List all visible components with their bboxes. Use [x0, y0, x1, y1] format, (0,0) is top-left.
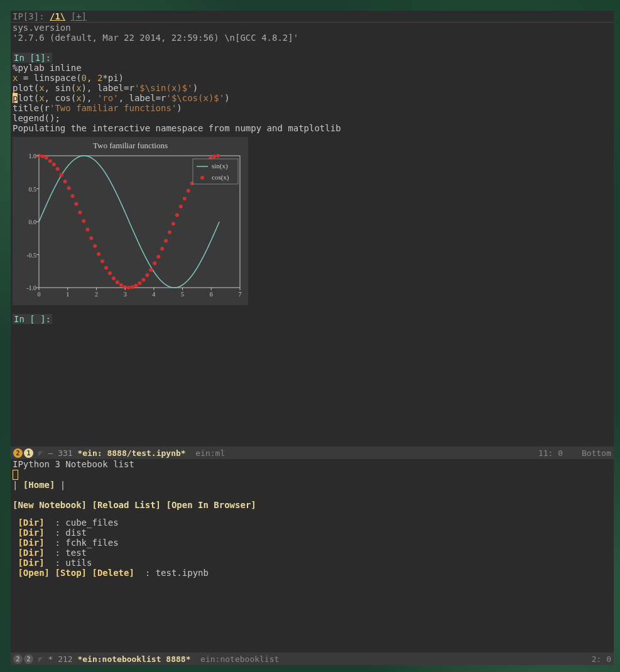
- cursor-position: 11: 0: [538, 448, 563, 458]
- modeline-upper: 21 ◤ – 331 *ein: 8888/test.ipynb* ein:ml…: [11, 447, 614, 459]
- cos-dot: [168, 230, 171, 234]
- file-row: [Open] [Stop] [Delete] : test.ipynb: [13, 568, 612, 578]
- cell-1-code[interactable]: %pylab inline x = linspace(0, 2*pi) plot…: [13, 63, 612, 123]
- cell-empty-header: In [ ]:: [13, 314, 52, 324]
- cos-dot: [97, 252, 101, 256]
- cos-dot: [127, 286, 131, 290]
- ytick-label: -1.0: [26, 285, 36, 291]
- svg-point-1: [200, 176, 204, 180]
- cos-dot: [63, 180, 67, 183]
- badge-amber: 2: [13, 448, 23, 458]
- tab-bar: IP[3]: /1\ [+]: [11, 11, 614, 23]
- legend-cos: cos(x): [212, 173, 229, 182]
- cos-dot: [48, 159, 52, 163]
- mode-name: ein:ml: [186, 448, 226, 458]
- file-name: test.ipynb: [156, 568, 209, 578]
- cos-dot: [153, 261, 156, 265]
- cell-1-header: In [1]:: [13, 53, 52, 63]
- cos-dot: [179, 205, 183, 209]
- buffer-name: *ein: 8888/test.ipynb*: [77, 448, 185, 458]
- cos-dot: [145, 273, 149, 277]
- cos-dot: [108, 271, 112, 275]
- matplotlib-chart: Two familiar functions sin(x)cos(x) -1.0…: [13, 137, 248, 305]
- dir-link[interactable]: [Dir]: [13, 538, 45, 548]
- tab-new-button[interactable]: [+]: [71, 11, 87, 21]
- cos-dot: [60, 173, 63, 176]
- stop-link[interactable]: [Stop]: [55, 568, 87, 578]
- cos-dot: [104, 266, 108, 270]
- scroll-position: Bottom: [582, 448, 611, 458]
- cos-dot: [149, 268, 153, 272]
- sys-version-call: sys.version: [13, 23, 612, 33]
- cos-dot: [93, 244, 97, 248]
- ytick-label: -0.5: [26, 252, 36, 259]
- notebooklist-pane[interactable]: IPython 3 Notebook list | [Home] | [New …: [11, 459, 614, 653]
- cos-dot: [74, 202, 78, 206]
- directory-row: [Dir] : fchk_files: [13, 538, 612, 548]
- reload-list-button[interactable]: [Reload List]: [92, 500, 161, 510]
- open-link[interactable]: [Open]: [18, 568, 50, 578]
- cos-dot: [56, 167, 60, 171]
- mode-name-2: ein:notebooklist: [190, 654, 279, 664]
- chart-title: Two familiar functions: [13, 137, 248, 151]
- dir-name: test: [65, 548, 87, 558]
- new-notebook-button[interactable]: [New Notebook]: [13, 500, 87, 510]
- cos-dot: [187, 189, 190, 193]
- cos-dot: [112, 276, 116, 280]
- dir-name: dist: [65, 528, 87, 538]
- cos-dot: [67, 186, 71, 190]
- dir-link[interactable]: [Dir]: [13, 548, 45, 558]
- dir-link[interactable]: [Dir]: [13, 558, 45, 568]
- cos-dot: [175, 214, 179, 217]
- chevron-icon: ◤: [33, 654, 48, 664]
- badge-beige: 1: [24, 448, 33, 458]
- cos-dot: [171, 222, 175, 225]
- directory-row: [Dir] : dist: [13, 528, 612, 538]
- notebook-pane[interactable]: sys.version '2.7.6 (default, Mar 22 2014…: [11, 23, 614, 447]
- notebooklist-cursor: [13, 470, 18, 480]
- directory-row: [Dir] : utils: [13, 558, 612, 568]
- xtick-label: 6: [210, 291, 213, 298]
- cos-dot: [156, 255, 160, 259]
- xtick-label: 7: [239, 291, 242, 298]
- cos-dot: [45, 156, 48, 160]
- cos-dot: [212, 154, 216, 158]
- ytick-label: 0.5: [29, 186, 37, 193]
- dir-link[interactable]: [Dir]: [13, 518, 45, 528]
- cos-dot: [131, 285, 134, 289]
- cos-dot: [134, 284, 138, 288]
- cos-dot: [119, 283, 123, 287]
- tab-prefix: IP[3]:: [13, 11, 50, 21]
- xtick-label: 2: [95, 291, 98, 298]
- buffer-name-2: *ein:notebooklist 8888*: [77, 654, 190, 664]
- cos-dot: [101, 259, 104, 263]
- emacs-window: IP[3]: /1\ [+] sys.version '2.7.6 (defau…: [11, 11, 614, 654]
- dir-link[interactable]: [Dir]: [13, 528, 45, 538]
- open-in-browser-button[interactable]: [Open In Browser]: [166, 500, 256, 510]
- cos-dot: [216, 154, 220, 158]
- ytick-label: 0.0: [29, 219, 37, 225]
- chevron-icon: ◤: [33, 448, 48, 458]
- directory-row: [Dir] : test: [13, 548, 612, 558]
- legend-sin: sin(x): [212, 162, 228, 170]
- cos-dot: [164, 239, 168, 242]
- cos-dot: [82, 219, 85, 223]
- directory-list: [Dir] : cube_files [Dir] : dist [Dir] : …: [13, 518, 612, 578]
- xtick-label: 5: [181, 291, 184, 298]
- xtick-label: 1: [66, 291, 69, 298]
- cursor-position-2: 2: 0: [592, 654, 611, 664]
- tab-current[interactable]: /1\: [50, 11, 65, 21]
- badge-dark-2: 2: [24, 654, 33, 664]
- cos-dot: [160, 247, 164, 251]
- chart-svg: sin(x)cos(x) -1.0-0.50.00.51.0 01234567: [13, 151, 248, 306]
- dir-name: fchk_files: [65, 538, 118, 548]
- cos-dot: [116, 281, 119, 285]
- home-link[interactable]: [Home]: [23, 480, 55, 490]
- dir-name: cube_files: [65, 518, 118, 528]
- cos-dot: [85, 228, 89, 232]
- xtick-label: 3: [124, 291, 127, 298]
- cos-dot: [141, 278, 145, 281]
- dir-name: utils: [65, 558, 92, 568]
- delete-link[interactable]: [Delete]: [92, 568, 134, 578]
- cos-dot: [41, 154, 45, 158]
